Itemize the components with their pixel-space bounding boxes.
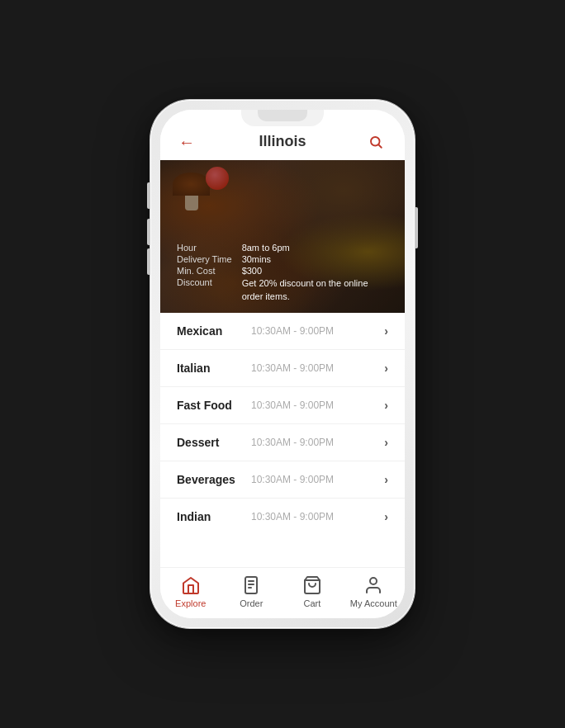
category-item-italian[interactable]: Italian 10:30AM - 9:00PM ›	[160, 350, 405, 387]
nav-order[interactable]: Order	[229, 574, 274, 608]
chevron-right-icon: ›	[384, 436, 388, 449]
category-hours: 10:30AM - 9:00PM	[251, 511, 384, 522]
order-label: Order	[240, 598, 263, 608]
hero-info: Hour 8am to 6pm Delivery Time 30mins Min…	[177, 243, 388, 303]
category-item-fastfood[interactable]: Fast Food 10:30AM - 9:00PM ›	[160, 387, 405, 424]
hero-banner: Hour 8am to 6pm Delivery Time 30mins Min…	[160, 160, 405, 313]
category-name: Italian	[177, 362, 251, 375]
category-list: Mexican 10:30AM - 9:00PM › Italian 10:30…	[160, 313, 405, 535]
category-item-mexican[interactable]: Mexican 10:30AM - 9:00PM ›	[160, 313, 405, 350]
nav-explore[interactable]: Explore	[168, 574, 213, 608]
category-hours: 10:30AM - 9:00PM	[251, 437, 384, 448]
svg-point-7	[370, 578, 377, 584]
cart-icon	[301, 574, 323, 596]
nav-cart[interactable]: Cart	[289, 574, 335, 608]
category-item-indian[interactable]: Indian 10:30AM - 9:00PM ›	[160, 499, 405, 535]
home-icon	[180, 574, 202, 596]
category-item-dessert[interactable]: Dessert 10:30AM - 9:00PM ›	[160, 424, 405, 461]
hour-value: 8am to 6pm	[242, 243, 388, 253]
category-hours: 10:30AM - 9:00PM	[251, 362, 384, 374]
category-name: Indian	[177, 510, 251, 523]
category-hours: 10:30AM - 9:00PM	[251, 399, 384, 411]
order-icon	[240, 574, 262, 596]
svg-line-1	[378, 144, 381, 147]
category-name: Fast Food	[177, 399, 251, 412]
chevron-right-icon: ›	[384, 399, 388, 412]
bottom-nav: Explore Order	[160, 567, 405, 618]
category-hours: 10:30AM - 9:00PM	[251, 474, 384, 485]
category-name: Mexican	[177, 324, 251, 338]
discount-value: Get 20% discount on the online order ite…	[242, 277, 388, 303]
category-item-beverages[interactable]: Beverages 10:30AM - 9:00PM ›	[160, 461, 405, 499]
category-hours: 10:30AM - 9:00PM	[251, 325, 384, 337]
main-content: Hour 8am to 6pm Delivery Time 30mins Min…	[160, 160, 405, 567]
nav-account[interactable]: My Account	[350, 574, 397, 608]
page-title: Illinois	[259, 133, 306, 150]
category-name: Dessert	[177, 436, 251, 449]
category-name: Beverages	[177, 473, 251, 486]
delivery-value: 30mins	[242, 254, 388, 264]
discount-label: Discount	[177, 277, 232, 303]
notch	[241, 110, 324, 126]
account-label: My Account	[350, 598, 397, 608]
mincost-value: $300	[242, 266, 388, 276]
phone-frame: ← Illinois	[150, 100, 415, 628]
cart-label: Cart	[303, 598, 320, 608]
chevron-right-icon: ›	[384, 324, 388, 338]
explore-label: Explore	[175, 598, 206, 608]
mincost-label: Min. Cost	[177, 266, 232, 276]
back-button[interactable]: ←	[177, 134, 197, 150]
hour-label: Hour	[177, 243, 232, 253]
chevron-right-icon: ›	[384, 473, 388, 486]
account-icon	[363, 574, 384, 596]
chevron-right-icon: ›	[384, 362, 388, 375]
phone-screen: ← Illinois	[160, 110, 405, 618]
chevron-right-icon: ›	[384, 510, 388, 523]
info-grid: Hour 8am to 6pm Delivery Time 30mins Min…	[177, 243, 388, 303]
delivery-label: Delivery Time	[177, 254, 232, 264]
search-button[interactable]	[368, 135, 388, 149]
